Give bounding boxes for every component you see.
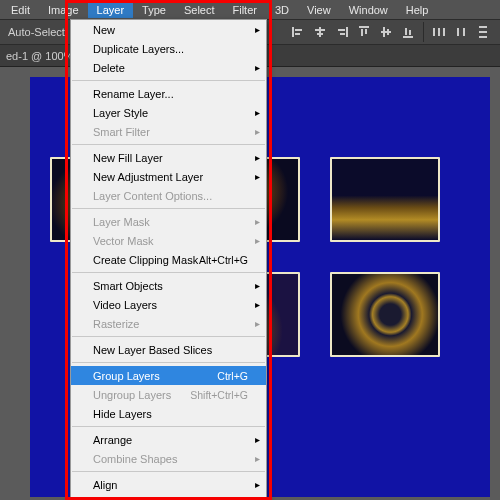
menu-item-distribute[interactable]: Distribute — [71, 494, 266, 500]
menu-select[interactable]: Select — [175, 2, 224, 18]
menu-item-duplicate-layers[interactable]: Duplicate Layers... — [71, 39, 266, 58]
svg-rect-4 — [315, 29, 325, 31]
separator — [423, 22, 424, 42]
svg-rect-5 — [317, 33, 323, 35]
svg-rect-12 — [381, 31, 391, 33]
svg-rect-1 — [295, 29, 302, 31]
svg-rect-18 — [433, 28, 435, 36]
menu-window[interactable]: Window — [340, 2, 397, 18]
svg-rect-3 — [319, 27, 321, 37]
menu-item-label: Align — [93, 479, 117, 491]
menu-divider — [72, 272, 265, 273]
menu-item-hide-layers[interactable]: Hide Layers — [71, 404, 266, 423]
menu-item-new-adjustment-layer[interactable]: New Adjustment Layer — [71, 167, 266, 186]
menu-edit[interactable]: Edit — [2, 2, 39, 18]
menu-item-new-fill-layer[interactable]: New Fill Layer — [71, 148, 266, 167]
svg-rect-19 — [438, 28, 440, 36]
align-center-h-icon[interactable] — [309, 22, 331, 42]
menu-item-combine-shapes: Combine Shapes — [71, 449, 266, 468]
menu-filter[interactable]: Filter — [224, 2, 266, 18]
align-bottom-icon[interactable] — [397, 22, 419, 42]
svg-rect-6 — [346, 27, 348, 37]
menu-item-ungroup-layers: Ungroup LayersShift+Ctrl+G — [71, 385, 266, 404]
menu-item-new-layer-based-slices[interactable]: New Layer Based Slices — [71, 340, 266, 359]
menu-item-layer-style[interactable]: Layer Style — [71, 103, 266, 122]
menu-help[interactable]: Help — [397, 2, 438, 18]
menu-item-rename-layer[interactable]: Rename Layer... — [71, 84, 266, 103]
svg-rect-10 — [361, 29, 363, 36]
layer-menu-dropdown: NewDuplicate Layers...DeleteRename Layer… — [70, 19, 267, 500]
menu-divider — [72, 426, 265, 427]
menu-item-align[interactable]: Align — [71, 475, 266, 494]
menu-item-shortcut: Ctrl+G — [217, 370, 248, 382]
menu-image[interactable]: Image — [39, 2, 88, 18]
distribute-h-icon[interactable] — [428, 22, 450, 42]
svg-rect-2 — [295, 33, 300, 35]
menu-item-label: New Layer Based Slices — [93, 344, 212, 356]
menu-type[interactable]: Type — [133, 2, 175, 18]
svg-rect-13 — [383, 27, 385, 37]
svg-rect-11 — [365, 29, 367, 34]
svg-rect-24 — [479, 31, 487, 33]
svg-rect-7 — [338, 29, 345, 31]
menu-item-label: Hide Layers — [93, 408, 152, 420]
menu-item-label: Rasterize — [93, 318, 139, 330]
auto-select-label: Auto-Select: — [4, 26, 72, 38]
menu-item-label: Ungroup Layers — [93, 389, 171, 401]
menu-item-label: Smart Objects — [93, 280, 163, 292]
svg-rect-21 — [457, 28, 459, 36]
svg-rect-9 — [359, 26, 369, 28]
align-left-icon[interactable] — [287, 22, 309, 42]
align-top-icon[interactable] — [353, 22, 375, 42]
svg-rect-8 — [340, 33, 345, 35]
menu-item-label: Layer Style — [93, 107, 148, 119]
svg-rect-14 — [387, 29, 389, 35]
menu-item-smart-filter: Smart Filter — [71, 122, 266, 141]
svg-rect-17 — [409, 30, 411, 35]
menu-item-vector-mask: Vector Mask — [71, 231, 266, 250]
menu-item-label: Combine Shapes — [93, 453, 177, 465]
menu-item-video-layers[interactable]: Video Layers — [71, 295, 266, 314]
menu-item-label: Create Clipping Mask — [93, 254, 198, 266]
menu-item-label: Arrange — [93, 434, 132, 446]
menu-item-label: Rename Layer... — [93, 88, 174, 100]
svg-rect-16 — [405, 28, 407, 35]
menu-divider — [72, 80, 265, 81]
distribute-center-h-icon[interactable] — [450, 22, 472, 42]
image-thumb[interactable] — [330, 272, 440, 357]
svg-rect-25 — [479, 36, 487, 38]
menu-item-arrange[interactable]: Arrange — [71, 430, 266, 449]
menu-item-label: Smart Filter — [93, 126, 150, 138]
menu-item-layer-content-options: Layer Content Options... — [71, 186, 266, 205]
menu-item-new[interactable]: New — [71, 20, 266, 39]
menu-item-label: Video Layers — [93, 299, 157, 311]
menu-item-label: Group Layers — [93, 370, 160, 382]
svg-rect-23 — [479, 26, 487, 28]
svg-rect-15 — [403, 36, 413, 38]
menu-view[interactable]: View — [298, 2, 340, 18]
menu-item-create-clipping-mask[interactable]: Create Clipping MaskAlt+Ctrl+G — [71, 250, 266, 269]
menu-item-shortcut: Alt+Ctrl+G — [199, 254, 248, 266]
menu-item-label: Layer Mask — [93, 216, 150, 228]
menu-item-label: Delete — [93, 62, 125, 74]
align-center-v-icon[interactable] — [375, 22, 397, 42]
menu-item-group-layers[interactable]: Group LayersCtrl+G — [71, 366, 266, 385]
menubar: EditImageLayerTypeSelectFilter3DViewWind… — [0, 0, 500, 19]
image-thumb[interactable] — [330, 157, 440, 242]
menu-item-smart-objects[interactable]: Smart Objects — [71, 276, 266, 295]
menu-divider — [72, 208, 265, 209]
menu-item-rasterize: Rasterize — [71, 314, 266, 333]
menu-item-label: Layer Content Options... — [93, 190, 212, 202]
menu-layer[interactable]: Layer — [88, 2, 134, 18]
align-tool-icons — [287, 22, 494, 42]
menu-item-label: New Adjustment Layer — [93, 171, 203, 183]
align-right-icon[interactable] — [331, 22, 353, 42]
svg-rect-20 — [443, 28, 445, 36]
menu-item-delete[interactable]: Delete — [71, 58, 266, 77]
menu-3d[interactable]: 3D — [266, 2, 298, 18]
menu-divider — [72, 336, 265, 337]
menu-item-label: Duplicate Layers... — [93, 43, 184, 55]
distribute-v-icon[interactable] — [472, 22, 494, 42]
svg-rect-22 — [463, 28, 465, 36]
svg-rect-0 — [292, 27, 294, 37]
